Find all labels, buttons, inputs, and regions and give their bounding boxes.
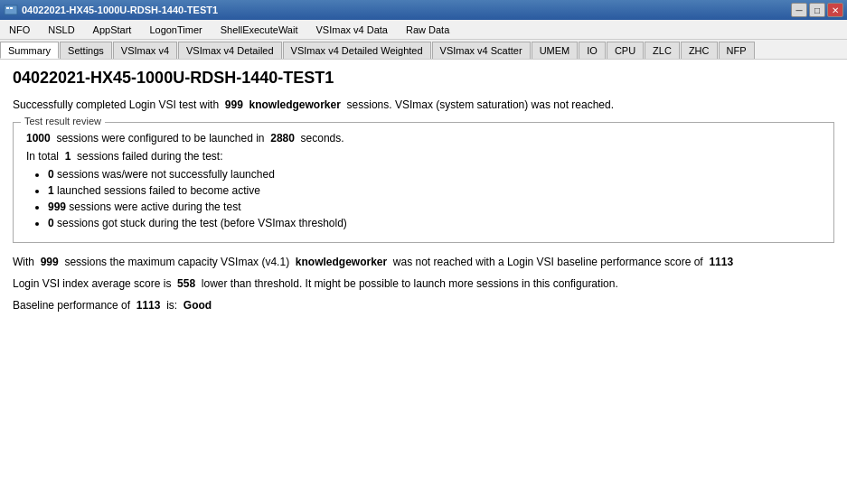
- summary-prefix: Successfully completed Login VSI test wi…: [13, 98, 219, 111]
- window-title: 04022021-HX45-1000U-RDSH-1440-TEST1: [22, 5, 218, 15]
- summary-sessions: 999: [225, 98, 243, 111]
- info-line-1: With 999 sessions the maximum capacity V…: [13, 256, 834, 268]
- info3-prefix: Baseline performance of: [13, 299, 130, 312]
- tab-umem[interactable]: UMEM: [532, 42, 579, 59]
- info2-prefix: Login VSI index average score is: [13, 277, 171, 290]
- line2-prefix: In total: [26, 150, 59, 163]
- page-title: 04022021-HX45-1000U-RDSH-1440-TEST1: [13, 69, 834, 88]
- menu-item-shellexecutewait[interactable]: ShellExecuteWait: [215, 23, 304, 37]
- maximize-button[interactable]: □: [809, 3, 825, 17]
- seconds-value: 2880: [270, 132, 295, 145]
- title-bar: 04022021-HX45-1000U-RDSH-1440-TEST1 ─ □ …: [0, 0, 847, 20]
- sessions-configured: 1000: [26, 132, 51, 145]
- bullet-bold: 999: [48, 201, 66, 213]
- app-icon: [4, 3, 18, 17]
- info1-sessions: 999: [41, 256, 59, 268]
- line1-middle: sessions were configured to be launched …: [56, 132, 264, 145]
- tab-zlc[interactable]: ZLC: [645, 42, 680, 59]
- info1-middle2: was not reached with a Login VSI baselin…: [393, 256, 703, 268]
- svg-rect-1: [6, 7, 9, 9]
- close-button[interactable]: ✕: [827, 3, 843, 17]
- bullet-list: 0 sessions was/were not successfully lau…: [26, 168, 821, 229]
- result-box: Test result review 1000 sessions were co…: [13, 122, 834, 243]
- info-line-2: Login VSI index average score is 558 low…: [13, 277, 834, 290]
- bullet-bold: 0: [48, 168, 54, 181]
- bullet-bold: 0: [48, 217, 54, 229]
- tab-zhc[interactable]: ZHC: [681, 42, 718, 59]
- menu-item-nfo[interactable]: NFO: [4, 23, 35, 37]
- list-item: 999 sessions were active during the test: [48, 201, 821, 213]
- summary-suffix: sessions. VSImax (system saturation) was…: [347, 98, 614, 111]
- tab-summary[interactable]: Summary: [0, 42, 59, 59]
- tab-vsimax-v4-detailed-weighted[interactable]: VSImax v4 Detailed Weighted: [283, 42, 431, 59]
- main-content[interactable]: 04022021-HX45-1000U-RDSH-1440-TEST1 Succ…: [0, 60, 847, 504]
- info3-middle: is:: [166, 299, 177, 312]
- result-box-title: Test result review: [21, 116, 105, 126]
- info3-rating: Good: [184, 299, 212, 312]
- list-item: 1 launched sessions failed to become act…: [48, 184, 821, 197]
- summary-line: Successfully completed Login VSI test wi…: [13, 98, 834, 111]
- tab-vsimax-v4[interactable]: VSImax v4: [113, 42, 177, 59]
- info3-score: 1113: [136, 299, 161, 312]
- menu-item-appstart[interactable]: AppStart: [88, 23, 137, 37]
- tab-bar: SummarySettingsVSImax v4VSImax v4 Detail…: [0, 40, 847, 60]
- line2-suffix: sessions failed during the test:: [77, 150, 222, 163]
- menu-item-raw-data[interactable]: Raw Data: [400, 23, 455, 37]
- sessions-failed: 1: [65, 150, 71, 163]
- info-line-3: Baseline performance of 1113 is: Good: [13, 299, 834, 312]
- line1-suffix: seconds.: [301, 132, 344, 145]
- minimize-button[interactable]: ─: [791, 3, 807, 17]
- tab-vsimax-v4-detailed[interactable]: VSImax v4 Detailed: [178, 42, 282, 59]
- info2-suffix: lower than threshold. It might be possib…: [202, 277, 618, 290]
- menu-item-vsimax-v4-data[interactable]: VSImax v4 Data: [311, 23, 393, 37]
- info1-prefix: With: [13, 256, 34, 268]
- info1-middle1: sessions the maximum capacity VSImax (v4…: [64, 256, 289, 268]
- tab-vsimax-v4-scatter[interactable]: VSImax v4 Scatter: [432, 42, 531, 59]
- tab-cpu[interactable]: CPU: [607, 42, 644, 59]
- tab-io[interactable]: IO: [579, 42, 606, 59]
- info1-workload: knowledgeworker: [296, 256, 387, 268]
- info1-score: 1113: [709, 256, 733, 268]
- menu-item-nsld[interactable]: NSLD: [42, 23, 80, 37]
- summary-workload: knowledgeworker: [249, 98, 341, 111]
- menu-item-logontimer[interactable]: LogonTimer: [144, 23, 207, 37]
- menu-bar: NFONSLDAppStartLogonTimerShellExecuteWai…: [0, 20, 847, 40]
- svg-rect-2: [10, 7, 13, 9]
- bullet-bold: 1: [48, 184, 54, 197]
- info2-score: 558: [177, 277, 195, 290]
- window-controls: ─ □ ✕: [791, 3, 843, 17]
- list-item: 0 sessions was/were not successfully lau…: [48, 168, 821, 181]
- svg-rect-0: [5, 5, 17, 14]
- result-line-failed: In total 1 sessions failed during the te…: [26, 150, 821, 163]
- list-item: 0 sessions got stuck during the test (be…: [48, 217, 821, 229]
- tab-nfp[interactable]: NFP: [719, 42, 755, 59]
- result-line-configured: 1000 sessions were configured to be laun…: [26, 132, 821, 145]
- tab-settings[interactable]: Settings: [60, 42, 112, 59]
